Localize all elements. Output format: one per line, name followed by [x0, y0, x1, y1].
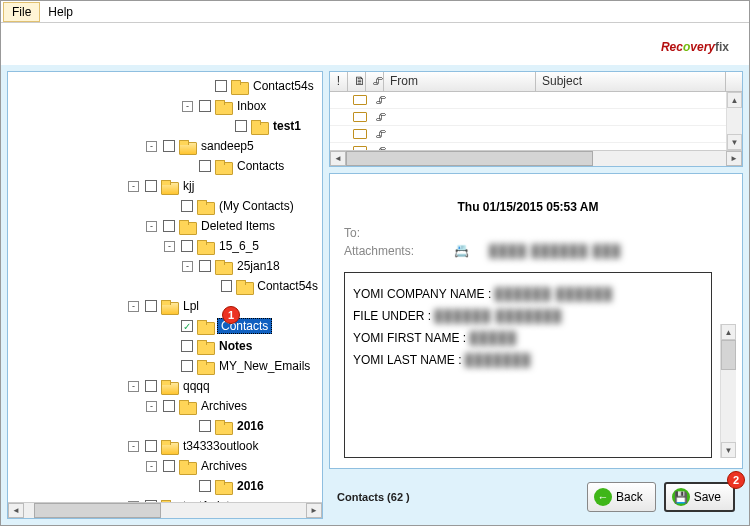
- tree-checkbox[interactable]: [163, 220, 175, 232]
- main-area: Contact54s-Inboxtest1-sandeep5Contacts-k…: [1, 65, 749, 525]
- tree-node[interactable]: Contacts: [8, 156, 320, 176]
- tree-checkbox[interactable]: [221, 280, 232, 292]
- tree-checkbox[interactable]: [235, 120, 247, 132]
- tree-node[interactable]: MY_New_Emails: [8, 356, 320, 376]
- list-v-scrollbar[interactable]: ▲ ▼: [726, 92, 742, 150]
- expand-toggle[interactable]: -: [128, 441, 139, 452]
- tree-checkbox[interactable]: ✓: [181, 320, 193, 332]
- tree-node[interactable]: 2016: [8, 476, 320, 496]
- scroll-up-icon[interactable]: ▲: [727, 92, 742, 108]
- tree-node[interactable]: -Archives: [8, 456, 320, 476]
- preview-date: Thu 01/15/2015 05:53 AM: [344, 200, 712, 214]
- h-scroll-track[interactable]: [24, 503, 306, 518]
- tree-node-label: 25jan18: [235, 259, 282, 273]
- message-row[interactable]: 🖇: [330, 126, 742, 143]
- tree-node[interactable]: Contact54s: [8, 76, 320, 96]
- folder-icon: [197, 360, 213, 373]
- save-button[interactable]: 💾 Save: [664, 482, 735, 512]
- tree-node[interactable]: -kjj: [8, 176, 320, 196]
- tree-checkbox[interactable]: [145, 380, 157, 392]
- expand-toggle[interactable]: -: [146, 461, 157, 472]
- v-scroll-track[interactable]: [727, 108, 742, 134]
- tree-node-label: MY_New_Emails: [217, 359, 312, 373]
- contact-field-line: YOMI LAST NAME : ███████: [353, 353, 703, 367]
- expand-toggle[interactable]: -: [182, 261, 193, 272]
- col-importance[interactable]: !: [330, 72, 348, 91]
- tree-node[interactable]: -Archives: [8, 396, 320, 416]
- tree-checkbox[interactable]: [215, 80, 227, 92]
- tree-checkbox[interactable]: [163, 400, 175, 412]
- expand-toggle[interactable]: -: [146, 141, 157, 152]
- scroll-right-icon[interactable]: ►: [726, 151, 742, 166]
- message-row[interactable]: 🖇: [330, 109, 742, 126]
- scroll-up-icon[interactable]: ▲: [721, 324, 736, 340]
- menu-help[interactable]: Help: [40, 3, 81, 21]
- tree-node[interactable]: Notes: [8, 336, 320, 356]
- tree-node[interactable]: (My Contacts): [8, 196, 320, 216]
- message-row[interactable]: 🖇: [330, 92, 742, 109]
- back-button[interactable]: ← Back: [587, 482, 656, 512]
- tree-checkbox[interactable]: [199, 420, 211, 432]
- tree-checkbox[interactable]: [163, 460, 175, 472]
- tree-node[interactable]: -Lpl: [8, 296, 320, 316]
- expand-toggle[interactable]: -: [146, 401, 157, 412]
- folder-icon: [215, 160, 231, 173]
- tree-node[interactable]: -t34333outlook: [8, 436, 320, 456]
- tree-checkbox[interactable]: [145, 180, 157, 192]
- folder-tree-pane: Contact54s-Inboxtest1-sandeep5Contacts-k…: [7, 71, 323, 519]
- expand-toggle[interactable]: -: [182, 101, 193, 112]
- tree-checkbox[interactable]: [199, 160, 211, 172]
- tree-checkbox[interactable]: [145, 300, 157, 312]
- menu-file[interactable]: File: [3, 2, 40, 22]
- h-scroll-thumb[interactable]: [34, 503, 161, 518]
- scroll-left-icon[interactable]: ◄: [330, 151, 346, 166]
- list-h-scrollbar[interactable]: ◄ ►: [330, 150, 742, 166]
- expand-toggle[interactable]: -: [128, 181, 139, 192]
- expand-toggle[interactable]: -: [146, 221, 157, 232]
- tree-checkbox[interactable]: [163, 140, 175, 152]
- tree-node-label: Contact54s: [251, 79, 316, 93]
- scroll-down-icon[interactable]: ▼: [727, 134, 742, 150]
- h-scroll-track[interactable]: [346, 151, 726, 166]
- v-scroll-track[interactable]: [721, 340, 736, 442]
- col-from[interactable]: From: [384, 72, 536, 91]
- tree-node[interactable]: -15_6_5: [8, 236, 320, 256]
- contact-field-key: YOMI FIRST NAME :: [353, 331, 469, 345]
- scroll-left-icon[interactable]: ◄: [8, 503, 24, 518]
- tree-checkbox[interactable]: [181, 360, 193, 372]
- tree-node[interactable]: -25jan18: [8, 256, 320, 276]
- tree-node[interactable]: -qqqq: [8, 376, 320, 396]
- preview-v-scrollbar[interactable]: ▲ ▼: [720, 324, 736, 458]
- h-scroll-thumb[interactable]: [346, 151, 593, 166]
- tree-node[interactable]: ✓Contacts: [8, 316, 320, 336]
- expand-toggle[interactable]: -: [128, 381, 139, 392]
- tree-node[interactable]: -Deleted Items: [8, 216, 320, 236]
- folder-tree[interactable]: Contact54s-Inboxtest1-sandeep5Contacts-k…: [8, 72, 322, 518]
- folder-icon: [215, 480, 231, 493]
- tree-node[interactable]: Contact54s: [8, 276, 320, 296]
- tree-node[interactable]: -Inbox: [8, 96, 320, 116]
- logo-strip: Recoveryfix: [1, 23, 749, 65]
- save-disk-icon: 💾: [672, 488, 690, 506]
- col-subject[interactable]: Subject: [536, 72, 726, 91]
- tree-checkbox[interactable]: [199, 260, 211, 272]
- tree-checkbox[interactable]: [145, 440, 157, 452]
- tree-checkbox[interactable]: [199, 480, 211, 492]
- v-scroll-thumb[interactable]: [721, 340, 736, 370]
- scroll-down-icon[interactable]: ▼: [721, 442, 736, 458]
- tree-node[interactable]: test1: [8, 116, 320, 136]
- tree-checkbox[interactable]: [181, 200, 193, 212]
- tree-node[interactable]: -sandeep5: [8, 136, 320, 156]
- tree-checkbox[interactable]: [181, 340, 193, 352]
- tree-h-scrollbar[interactable]: ◄ ►: [8, 502, 322, 518]
- col-attachment[interactable]: 🖇: [366, 72, 384, 91]
- attachment-icon: 🖇: [375, 111, 386, 123]
- scroll-right-icon[interactable]: ►: [306, 503, 322, 518]
- expand-toggle[interactable]: -: [164, 241, 175, 252]
- tree-checkbox[interactable]: [181, 240, 193, 252]
- expand-toggle[interactable]: -: [128, 301, 139, 312]
- contact-field-value: █████: [469, 331, 517, 345]
- tree-checkbox[interactable]: [199, 100, 211, 112]
- tree-node[interactable]: 2016: [8, 416, 320, 436]
- col-icon[interactable]: 🗎: [348, 72, 366, 91]
